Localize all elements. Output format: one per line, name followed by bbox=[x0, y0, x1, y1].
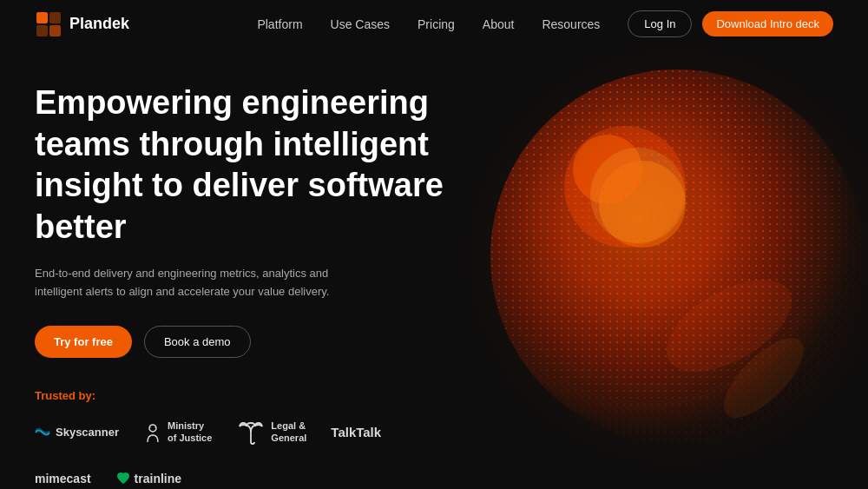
download-button[interactable]: Download Intro deck bbox=[702, 11, 833, 36]
hero-title: Empowering engineering teams through int… bbox=[35, 83, 460, 248]
hero-buttons: Try for free Book a demo bbox=[35, 326, 460, 358]
logo-area[interactable]: Plandek bbox=[35, 10, 129, 38]
svg-point-14 bbox=[490, 69, 864, 443]
skyscanner-label: Skyscanner bbox=[56, 426, 119, 439]
svg-rect-3 bbox=[49, 25, 61, 36]
nav-about[interactable]: About bbox=[483, 17, 515, 31]
nav-links: Platform Use Cases Pricing About Resourc… bbox=[257, 17, 600, 31]
logo-icon bbox=[35, 10, 62, 38]
trainline-heart-icon bbox=[115, 472, 131, 486]
logo-text: Plandek bbox=[69, 15, 129, 33]
nav-platform[interactable]: Platform bbox=[257, 17, 302, 31]
trusted-label: Trusted by: bbox=[35, 389, 460, 402]
hero-globe: /* Dots generated inline below */ bbox=[434, 13, 868, 489]
nav-actions: Log In Download Intro deck bbox=[628, 10, 833, 37]
talktalk-label: TalkTalk bbox=[331, 425, 381, 439]
logo-mimecast: mimecast bbox=[35, 472, 91, 486]
moj-label: Ministryof Justice bbox=[168, 420, 212, 443]
lg-umbrella-icon bbox=[236, 418, 266, 447]
hero-subtitle: End-to-end delivery and engineering metr… bbox=[35, 265, 365, 301]
svg-point-15 bbox=[590, 148, 686, 243]
logo-moj: Ministryof Justice bbox=[143, 420, 212, 443]
hero-section: /* Dots generated inline below */ bbox=[0, 48, 868, 489]
logo-skyscanner: Skyscanner bbox=[35, 426, 119, 439]
trusted-logos: Skyscanner Ministryof Justice bbox=[35, 418, 460, 486]
book-demo-button[interactable]: Book a demo bbox=[144, 326, 251, 358]
nav-use-cases[interactable]: Use Cases bbox=[331, 17, 390, 31]
lg-label: Legal &General bbox=[271, 420, 306, 443]
navbar: Plandek Platform Use Cases Pricing About… bbox=[0, 0, 868, 48]
svg-rect-2 bbox=[36, 25, 48, 36]
logo-lg: Legal &General bbox=[236, 418, 306, 447]
trainline-label: trainline bbox=[135, 472, 181, 486]
nav-pricing[interactable]: Pricing bbox=[418, 17, 455, 31]
mimecast-label: mimecast bbox=[35, 472, 91, 486]
moj-icon bbox=[143, 423, 162, 442]
hero-left: Empowering engineering teams through int… bbox=[35, 74, 460, 486]
skyscanner-icon bbox=[35, 426, 50, 439]
logo-trainline: trainline bbox=[115, 472, 181, 486]
svg-rect-0 bbox=[36, 12, 48, 23]
trusted-section: Trusted by: Skyscanner bbox=[35, 389, 460, 486]
try-free-button[interactable]: Try for free bbox=[35, 326, 132, 358]
logo-talktalk: TalkTalk bbox=[331, 425, 381, 439]
login-button[interactable]: Log In bbox=[628, 10, 692, 37]
nav-resources[interactable]: Resources bbox=[542, 17, 600, 31]
svg-rect-1 bbox=[49, 12, 61, 23]
